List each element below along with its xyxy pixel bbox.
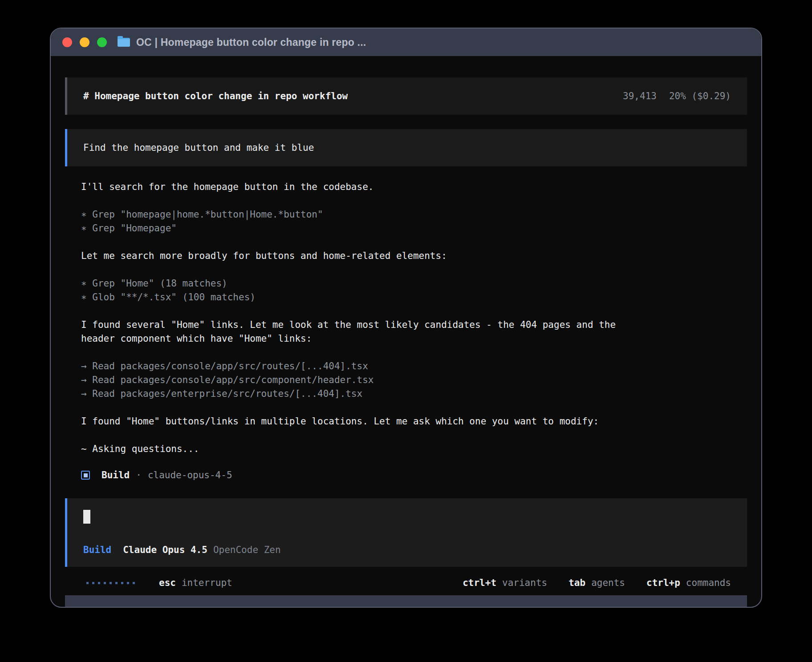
agent-separator: ·: [136, 470, 142, 480]
assistant-line: [81, 401, 747, 415]
terminal-content: # Homepage button color change in repo w…: [51, 56, 761, 607]
context-cost: 20% ($0.29): [669, 91, 731, 101]
assistant-line: ∗ Grep "Home" (18 matches): [81, 277, 747, 291]
hint-commands: ctrl+pcommands: [646, 577, 731, 588]
spinner-dot: [133, 582, 135, 584]
assistant-line: ~ Asking questions...: [81, 442, 747, 456]
assistant-line: [81, 263, 747, 277]
titlebar[interactable]: OC | Homepage button color change in rep…: [51, 28, 761, 56]
hint-label-interrupt: interrupt: [182, 577, 232, 588]
user-message-text: Find the homepage button and make it blu…: [83, 142, 314, 153]
keyboard-hints: ctrl+tvariantstabagentsctrl+pcommands: [463, 577, 731, 588]
assistant-output: I'll search for the homepage button in t…: [65, 180, 747, 456]
spinner-dot: [104, 582, 106, 584]
text-cursor: [83, 510, 90, 524]
agent-square-icon: [81, 471, 90, 480]
terminal-window: OC | Homepage button color change in rep…: [50, 28, 762, 608]
window-title: OC | Homepage button color change in rep…: [136, 36, 366, 48]
spinner-dot: [110, 582, 112, 584]
hint-key: ctrl+t: [463, 577, 496, 588]
assistant-line: Let me search more broadly for buttons a…: [81, 249, 747, 263]
agent-name: Build: [102, 470, 130, 480]
prompt-input[interactable]: Build Claude Opus 4.5 OpenCode Zen: [65, 498, 747, 567]
hint-agents: tabagents: [568, 577, 625, 588]
assistant-line: [81, 304, 747, 318]
hint-label: commands: [686, 577, 731, 588]
agent-model: claude-opus-4-5: [148, 470, 232, 480]
hint-label: agents: [591, 577, 625, 588]
input-provider-label: OpenCode Zen: [213, 545, 281, 555]
zoom-button[interactable]: [97, 37, 107, 47]
assistant-line: → Read packages/enterprise/src/routes/[.…: [81, 387, 747, 401]
assistant-line: [81, 346, 747, 359]
assistant-line: [81, 428, 747, 442]
spinner-dot: [98, 582, 100, 584]
user-message: Find the homepage button and make it blu…: [65, 129, 747, 166]
assistant-line: → Read packages/console/app/src/routes/[…: [81, 359, 747, 373]
hint-label: variants: [502, 577, 547, 588]
spinner-dot: [127, 582, 129, 584]
window-bottom-bar: [65, 595, 747, 607]
spinner-dot: [92, 582, 94, 584]
minimize-button[interactable]: [80, 37, 89, 47]
assistant-line: I found several "Home" links. Let me loo…: [81, 318, 747, 332]
assistant-line: → Read packages/console/app/src/componen…: [81, 373, 747, 387]
assistant-line: [81, 235, 747, 249]
session-title: # Homepage button color change in repo w…: [83, 91, 348, 101]
input-footer: Build Claude Opus 4.5 OpenCode Zen: [83, 545, 731, 555]
assistant-line: header component which have "Home" links…: [81, 332, 747, 346]
input-agent-label[interactable]: Build: [83, 545, 111, 555]
spinner-dot: [115, 582, 118, 584]
assistant-line: I'll search for the homepage button in t…: [81, 180, 747, 194]
assistant-line: ∗ Glob "**/*.tsx" (100 matches): [81, 291, 747, 304]
assistant-line: I found "Home" buttons/links in multiple…: [81, 415, 747, 428]
assistant-line: ∗ Grep "Homepage": [81, 222, 747, 235]
hint-interrupt: esc interrupt: [159, 577, 232, 588]
status-bar: esc interrupt ctrl+tvariantstabagentsctr…: [86, 577, 731, 588]
token-count: 39,413: [623, 91, 657, 101]
close-button[interactable]: [62, 37, 72, 47]
spinner-dots: [86, 582, 135, 584]
traffic-lights: [62, 37, 107, 47]
session-header: # Homepage button color change in repo w…: [65, 77, 747, 115]
assistant-line: ∗ Grep "homepage|home.*button|Home.*butt…: [81, 208, 747, 222]
hint-key: ctrl+p: [646, 577, 680, 588]
agent-status-row: Build · claude-opus-4-5: [65, 470, 747, 480]
hint-key-esc: esc: [159, 577, 176, 588]
spinner-dot: [86, 582, 89, 584]
folder-icon: [118, 38, 130, 47]
assistant-line: [81, 194, 747, 208]
spinner-dot: [121, 582, 123, 584]
session-stats: 39,413 20% ($0.29): [623, 91, 731, 101]
hint-key: tab: [568, 577, 585, 588]
hint-variants: ctrl+tvariants: [463, 577, 547, 588]
input-model-label[interactable]: Claude Opus 4.5: [123, 545, 207, 555]
